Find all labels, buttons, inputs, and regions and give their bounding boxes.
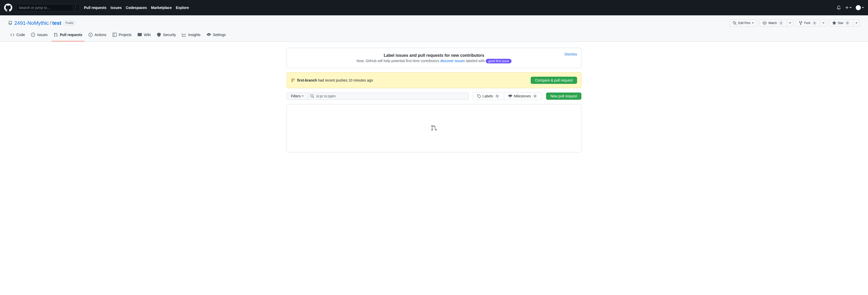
tab-label: Issues	[37, 33, 47, 37]
compare-pull-request-button[interactable]: Compare & pull request	[531, 77, 577, 84]
search-input[interactable]	[19, 6, 73, 10]
discover-issues-link[interactable]: discover issues	[440, 59, 465, 63]
star-dropdown[interactable]	[854, 20, 860, 27]
star-count: 0	[845, 21, 850, 25]
tab-actions[interactable]: Actions	[87, 31, 108, 41]
user-menu[interactable]	[856, 5, 864, 10]
dismiss-link[interactable]: Dismiss	[564, 52, 577, 56]
main-content: Dismiss Label issues and pull requests f…	[278, 42, 590, 159]
watch-group: Watch 2	[759, 20, 793, 27]
github-logo-icon[interactable]	[4, 4, 12, 12]
fork-button[interactable]: Fork 0	[795, 20, 820, 27]
milestone-icon	[508, 94, 512, 98]
edit-pins-button[interactable]: Edit Pins	[729, 20, 757, 27]
repo-name-link[interactable]: test	[52, 20, 61, 26]
filters-dropdown[interactable]: Filters	[287, 93, 308, 100]
code-icon	[10, 33, 14, 37]
filters-label: Filters	[291, 94, 301, 98]
fork-group: Fork 0	[795, 20, 827, 27]
notice-title: Label issues and pull requests for new c…	[291, 53, 577, 58]
milestones-button[interactable]: Milestones 0	[504, 92, 542, 100]
tab-issues[interactable]: Issues	[29, 31, 50, 41]
tab-security[interactable]: Security	[155, 31, 178, 41]
book-icon	[138, 33, 142, 37]
search-wrap	[308, 93, 468, 100]
labels-label: Labels	[483, 94, 493, 98]
tab-projects[interactable]: Projects	[111, 31, 134, 41]
tab-settings[interactable]: Settings	[205, 31, 228, 41]
fork-icon	[799, 21, 803, 25]
nav-issues[interactable]: Issues	[111, 6, 122, 10]
visibility-badge: Public	[63, 21, 76, 26]
repo-icon	[8, 21, 12, 25]
tag-icon	[477, 94, 481, 98]
pin-icon	[733, 21, 737, 25]
tab-label: Code	[17, 33, 25, 37]
good-first-issue-label: good first issue	[486, 59, 512, 63]
tab-label: Actions	[95, 33, 106, 37]
caret-icon	[862, 7, 864, 8]
repo-title-row: 2491-NoMythic / test Public Edit Pins Wa…	[8, 20, 860, 27]
global-header: / Pull requests Issues Codespaces Market…	[0, 0, 868, 15]
global-nav: Pull requests Issues Codespaces Marketpl…	[84, 6, 189, 10]
path-separator: /	[50, 20, 52, 26]
flash-suffix: had recent pushes 10 minutes ago	[317, 78, 373, 82]
tab-label: Insights	[188, 33, 200, 37]
caret-icon	[823, 23, 825, 24]
watch-button[interactable]: Watch 2	[759, 20, 787, 27]
tab-code[interactable]: Code	[8, 31, 27, 41]
repo-owner-link[interactable]: 2491-NoMythic	[14, 20, 49, 26]
header-right	[837, 5, 864, 10]
labels-button[interactable]: Labels 9	[473, 92, 504, 100]
star-button[interactable]: Star 0	[829, 20, 854, 27]
good-first-issue-notice: Dismiss Label issues and pull requests f…	[287, 48, 581, 68]
repo-header: 2491-NoMythic / test Public Edit Pins Wa…	[0, 15, 868, 42]
labels-milestones-group: Labels 9 Milestones 0	[473, 92, 542, 100]
star-icon	[832, 21, 836, 25]
pr-icon	[54, 33, 58, 37]
tab-pull-requests[interactable]: Pull requests	[52, 31, 85, 41]
avatar	[856, 5, 861, 10]
notice-text: Now, GitHub will help potential first-ti…	[291, 59, 577, 63]
play-icon	[89, 33, 93, 37]
notice-text-before: Now, GitHub will help potential first-ti…	[356, 59, 440, 63]
tab-label: Settings	[213, 33, 226, 37]
fork-count: 0	[812, 21, 817, 25]
watch-label: Watch	[768, 21, 777, 25]
notifications-icon[interactable]	[837, 6, 841, 10]
star-group: Star 0	[829, 20, 860, 27]
eye-icon	[763, 21, 767, 25]
new-pull-request-button[interactable]: New pull request	[546, 93, 581, 100]
nav-explore[interactable]: Explore	[176, 6, 189, 10]
caret-icon	[856, 23, 858, 24]
empty-pr-list	[287, 104, 581, 152]
global-search[interactable]: /	[17, 4, 80, 11]
pr-large-icon	[431, 125, 437, 131]
repo-tabs: Code Issues Pull requests Actions Projec…	[8, 31, 860, 41]
issues-search-input[interactable]	[316, 94, 465, 98]
search-slash-hint: /	[73, 5, 78, 10]
tab-label: Wiki	[144, 33, 151, 37]
filter-row: Filters Labels 9 Milestones 0	[287, 92, 581, 100]
edit-pins-label: Edit Pins	[738, 21, 750, 25]
tab-wiki[interactable]: Wiki	[135, 31, 153, 41]
caret-icon	[789, 23, 791, 24]
create-new-dropdown[interactable]	[845, 6, 851, 10]
milestones-count: 0	[532, 94, 538, 98]
filter-search-group: Filters	[287, 93, 469, 100]
branch-name: first-branch	[297, 78, 317, 82]
milestones-label: Milestones	[514, 94, 531, 98]
fork-dropdown[interactable]	[820, 20, 827, 27]
repo-path: 2491-NoMythic / test	[14, 20, 61, 26]
nav-marketplace[interactable]: Marketplace	[151, 6, 172, 10]
tab-insights[interactable]: Insights	[180, 31, 203, 41]
watch-count: 2	[778, 21, 783, 25]
issues-search[interactable]	[308, 93, 468, 100]
shield-icon	[157, 33, 161, 37]
nav-pull-requests[interactable]: Pull requests	[84, 6, 106, 10]
tab-label: Projects	[119, 33, 132, 37]
watch-dropdown[interactable]	[787, 20, 793, 27]
nav-codespaces[interactable]: Codespaces	[126, 6, 147, 10]
gear-icon	[207, 33, 211, 37]
tab-label: Security	[163, 33, 176, 37]
